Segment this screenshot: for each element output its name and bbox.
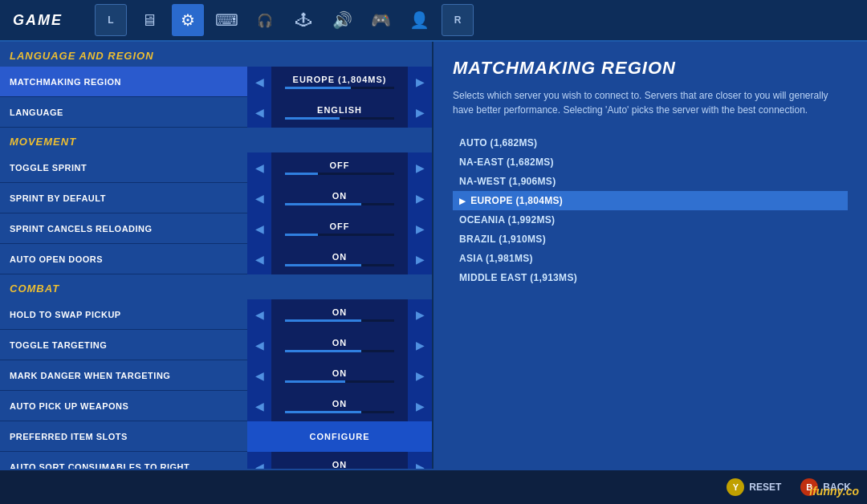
reset-label: RESET	[749, 482, 781, 493]
control-mark-danger: ◀ ON ▶	[247, 360, 432, 391]
arrow-left-auto-doors[interactable]: ◀	[247, 244, 271, 274]
panel-desc: Selects which server you wish to connect…	[453, 88, 848, 117]
left-panel: LANGUAGE AND REGION MATCHMAKING REGION ◀…	[0, 42, 434, 469]
value-toggle-sprint: OFF	[271, 152, 408, 183]
label-preferred-slots: PREFERRED ITEM SLOTS	[0, 432, 247, 441]
nav-icon-bar: L 🖥 ⚙ ⌨ 🎧 🕹 🔊 🎮 👤 R	[95, 4, 474, 36]
region-auto[interactable]: AUTO (1,682MS)	[453, 133, 848, 152]
control-preferred-slots: CONFIGURE	[247, 421, 432, 452]
arrow-right-mark-danger[interactable]: ▶	[408, 360, 432, 391]
speaker-icon[interactable]: 🔊	[326, 4, 358, 36]
value-matchmaking: EUROPE (1,804MS)	[271, 67, 408, 97]
arrow-left-toggle-sprint[interactable]: ◀	[247, 152, 271, 183]
value-toggle-targeting: ON	[271, 330, 408, 360]
region-brazil[interactable]: BRAZIL (1,910MS)	[453, 230, 848, 249]
arrow-left-sprint-reload[interactable]: ◀	[247, 213, 271, 244]
slider-fill-mark-danger	[285, 380, 345, 383]
label-toggle-targeting: TOGGLE TARGETING	[0, 340, 247, 350]
label-mark-danger: MARK DANGER WHEN TARGETING	[0, 371, 247, 380]
value-sprint-reload: OFF	[271, 213, 408, 244]
region-na-west[interactable]: NA-WEST (1,906MS)	[453, 172, 848, 191]
control-sprint-default: ◀ ON ▶	[247, 183, 432, 213]
arrow-right-auto-doors[interactable]: ▶	[408, 244, 432, 274]
control-auto-pickup: ◀ ON ▶	[247, 391, 432, 421]
arrow-left-auto-pickup[interactable]: ◀	[247, 391, 271, 421]
setting-row-auto-sort: AUTO SORT CONSUMABLES TO RIGHT ◀ ON ▶	[0, 452, 432, 469]
section-header-language: LANGUAGE AND REGION	[0, 42, 432, 67]
reset-button-icon: Y	[727, 478, 744, 496]
arrow-right-sprint-default[interactable]: ▶	[408, 183, 432, 213]
controller-R-icon[interactable]: R	[442, 4, 474, 36]
control-sprint-reload: ◀ OFF ▶	[247, 213, 432, 244]
value-auto-doors: ON	[271, 244, 408, 274]
value-text-toggle-targeting: ON	[332, 338, 348, 348]
region-asia[interactable]: ASIA (1,981MS)	[453, 249, 848, 268]
arrow-right-auto-pickup[interactable]: ▶	[408, 391, 432, 421]
setting-row-language: LANGUAGE ◀ ENGLISH ▶	[0, 97, 432, 128]
label-auto-doors: AUTO OPEN DOORS	[0, 254, 247, 264]
setting-row-sprint-default: SPRINT BY DEFAULT ◀ ON ▶	[0, 183, 432, 213]
control-toggle-targeting: ◀ ON ▶	[247, 330, 432, 360]
value-text-auto-doors: ON	[332, 252, 348, 262]
value-auto-sort: ON	[271, 452, 408, 469]
arrow-left-hold-swap[interactable]: ◀	[247, 299, 271, 330]
slider-language	[285, 117, 394, 120]
slider-fill-matchmaking	[285, 87, 351, 89]
arrow-left-toggle-targeting[interactable]: ◀	[247, 330, 271, 360]
value-auto-pickup: ON	[271, 391, 408, 421]
arrow-right-matchmaking[interactable]: ▶	[408, 67, 432, 97]
region-na-east[interactable]: NA-EAST (1,682MS)	[453, 152, 848, 172]
controller2-icon[interactable]: 🎮	[364, 4, 397, 36]
region-europe[interactable]: EUROPE (1,804MS)	[453, 191, 848, 210]
label-auto-pickup: AUTO PICK UP WEAPONS	[0, 401, 247, 411]
region-middle-east[interactable]: MIDDLE EAST (1,913MS)	[453, 268, 848, 287]
value-text-sprint-reload: OFF	[330, 222, 350, 231]
arrow-right-hold-swap[interactable]: ▶	[408, 299, 432, 330]
arrow-right-auto-sort[interactable]: ▶	[408, 452, 432, 469]
value-sprint-default: ON	[271, 183, 408, 213]
main-content: LANGUAGE AND REGION MATCHMAKING REGION ◀…	[0, 42, 867, 469]
panel-title: MATCHMAKING REGION	[453, 58, 848, 79]
configure-button[interactable]: CONFIGURE	[247, 421, 432, 452]
region-list: AUTO (1,682MS) NA-EAST (1,682MS) NA-WEST…	[453, 133, 848, 287]
value-text-hold-swap: ON	[332, 307, 348, 317]
label-sprint-reload: SPRINT CANCELS RELOADING	[0, 224, 247, 234]
setting-row-preferred-slots: PREFERRED ITEM SLOTS CONFIGURE	[0, 421, 432, 452]
arrow-left-matchmaking[interactable]: ◀	[247, 67, 271, 97]
value-text-toggle-sprint: OFF	[330, 161, 350, 170]
gamepad-icon[interactable]: 🕹	[287, 4, 320, 36]
slider-toggle-sprint	[285, 173, 394, 175]
setting-row-toggle-targeting: TOGGLE TARGETING ◀ ON ▶	[0, 330, 432, 360]
reset-action[interactable]: Y RESET	[727, 478, 781, 496]
slider-fill-toggle-sprint	[285, 173, 318, 175]
arrow-right-toggle-sprint[interactable]: ▶	[408, 152, 432, 183]
label-hold-swap: HOLD TO SWAP PICKUP	[0, 310, 247, 319]
setting-row-sprint-reload: SPRINT CANCELS RELOADING ◀ OFF ▶	[0, 213, 432, 244]
setting-row-mark-danger: MARK DANGER WHEN TARGETING ◀ ON ▶	[0, 360, 432, 391]
controller-L-icon[interactable]: L	[95, 4, 127, 36]
label-toggle-sprint: TOGGLE SPRINT	[0, 163, 247, 173]
arrow-left-mark-danger[interactable]: ◀	[247, 360, 271, 391]
slider-matchmaking	[285, 87, 394, 89]
value-text-mark-danger: ON	[332, 368, 348, 378]
arrow-left-auto-sort[interactable]: ◀	[247, 452, 271, 469]
slider-auto-doors	[285, 264, 394, 266]
slider-fill-hold-swap	[285, 319, 361, 322]
value-hold-swap: ON	[271, 299, 408, 330]
arrow-left-language[interactable]: ◀	[247, 97, 271, 128]
slider-fill-sprint-reload	[285, 234, 318, 236]
control-matchmaking: ◀ EUROPE (1,804MS) ▶	[247, 67, 432, 97]
region-oceania[interactable]: OCEANIA (1,992MS)	[453, 210, 848, 230]
settings-icon[interactable]: ⚙	[172, 4, 204, 36]
arrow-left-sprint-default[interactable]: ◀	[247, 183, 271, 213]
label-auto-sort: AUTO SORT CONSUMABLES TO RIGHT	[0, 462, 247, 469]
person-icon[interactable]: 👤	[403, 4, 435, 36]
arrow-right-toggle-targeting[interactable]: ▶	[408, 330, 432, 360]
arrow-right-sprint-reload[interactable]: ▶	[408, 213, 432, 244]
slider-hold-swap	[285, 319, 394, 322]
keyboard-icon[interactable]: ⌨	[210, 4, 242, 36]
monitor-icon[interactable]: 🖥	[133, 4, 165, 36]
headset-icon[interactable]: 🎧	[249, 4, 281, 36]
section-header-combat: COMBAT	[0, 274, 432, 299]
arrow-right-language[interactable]: ▶	[408, 97, 432, 128]
